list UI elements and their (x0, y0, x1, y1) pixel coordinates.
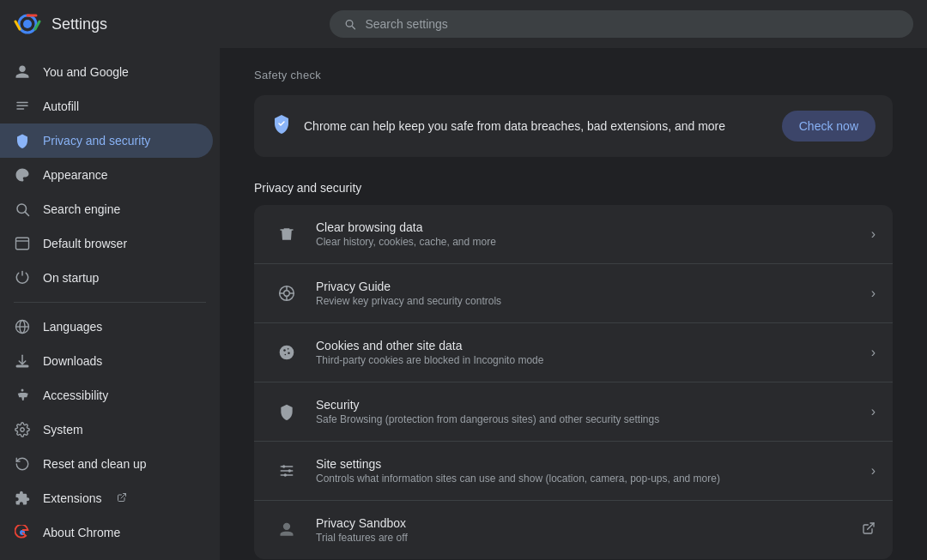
privacy-guide-icon (271, 278, 302, 309)
sidebar-item-system[interactable]: System (0, 412, 213, 447)
power-icon (14, 269, 31, 286)
sidebar-item-search-engine[interactable]: Search engine (0, 192, 213, 226)
person-icon (14, 63, 31, 81)
sidebar-item-autofill[interactable]: Autofill (0, 89, 213, 123)
svg-line-14 (121, 493, 126, 498)
safety-check-banner: Chrome can help keep you safe from data … (254, 95, 893, 157)
site-settings-subtitle: Controls what information sites can use … (316, 473, 857, 485)
svg-point-1 (23, 20, 32, 28)
sidebar-label-downloads: Downloads (43, 354, 102, 368)
sidebar-label-languages: Languages (43, 320, 102, 334)
sidebar-item-appearance[interactable]: Appearance (0, 158, 213, 192)
sidebar-label-about-chrome: About Chrome (43, 526, 120, 539)
trash-icon (271, 219, 302, 250)
sidebar-item-reset-and-clean-up[interactable]: Reset and clean up (0, 447, 213, 481)
palette-icon (14, 166, 31, 184)
sidebar-label-default-browser: Default browser (43, 237, 127, 250)
clear-browsing-data-title: Clear browsing data (316, 220, 857, 234)
chevron-right-icon: › (871, 226, 876, 242)
row-cookies[interactable]: Cookies and other site data Third-party … (254, 323, 893, 382)
safety-check-title: Safety check (254, 69, 893, 81)
sidebar-label-you-and-google: You and Google (43, 65, 129, 79)
sliders-icon (271, 455, 302, 486)
sidebar-divider-1 (14, 302, 206, 303)
sidebar-item-downloads[interactable]: Downloads (0, 344, 213, 378)
svg-point-22 (280, 346, 294, 360)
extensions-icon (14, 490, 31, 507)
safety-check-text: Chrome can help keep you safe from data … (304, 119, 770, 133)
security-subtitle: Safe Browsing (protection from dangerous… (316, 413, 857, 425)
download-icon (14, 352, 31, 370)
chevron-right-icon: › (871, 345, 876, 360)
safety-shield-icon (271, 113, 292, 139)
svg-rect-2 (16, 102, 28, 104)
search-icon (343, 17, 356, 31)
row-security[interactable]: Security Safe Browsing (protection from … (254, 382, 893, 442)
sidebar-label-search-engine: Search engine (43, 202, 120, 216)
sidebar-label-accessibility: Accessibility (43, 388, 108, 402)
chevron-right-icon: › (871, 463, 876, 479)
autofill-icon (14, 98, 31, 115)
shield-icon (14, 132, 31, 149)
external-link-icon (117, 492, 127, 505)
system-icon (14, 421, 31, 438)
sidebar-item-on-startup[interactable]: On startup (0, 261, 213, 295)
sidebar-item-about-chrome[interactable]: About Chrome (0, 515, 213, 550)
row-site-settings[interactable]: Site settings Controls what information … (254, 442, 893, 501)
svg-rect-7 (16, 238, 29, 250)
security-text: Security Safe Browsing (protection from … (316, 398, 857, 425)
sidebar-item-default-browser[interactable]: Default browser (0, 226, 213, 261)
row-clear-browsing-data[interactable]: Clear browsing data Clear history, cooki… (254, 205, 893, 264)
svg-point-17 (284, 291, 290, 297)
search-input[interactable] (365, 17, 900, 31)
security-title: Security (316, 398, 857, 412)
svg-point-31 (288, 469, 291, 472)
svg-point-26 (285, 354, 287, 356)
check-now-button[interactable]: Check now (782, 111, 876, 142)
row-privacy-guide[interactable]: Privacy Guide Review key privacy and sec… (254, 264, 893, 323)
sidebar-label-system: System (43, 423, 83, 437)
chevron-right-icon: › (871, 286, 876, 301)
globe-icon (14, 318, 31, 335)
svg-line-6 (25, 212, 28, 215)
content-area: Safety check Chrome can help keep you sa… (220, 48, 927, 560)
svg-point-25 (288, 352, 290, 355)
svg-point-23 (283, 349, 286, 352)
main-layout: You and Google Autofill Privacy and secu… (0, 48, 927, 560)
chevron-right-icon: › (871, 404, 876, 419)
row-privacy-sandbox[interactable]: Privacy Sandbox Trial features are off (254, 501, 893, 559)
svg-line-33 (868, 523, 874, 529)
browser-icon (14, 235, 31, 252)
search-bar[interactable] (330, 10, 913, 38)
sidebar-label-extensions: Extensions (43, 491, 101, 505)
sandbox-icon (271, 515, 302, 545)
sidebar-item-privacy-and-security[interactable]: Privacy and security (0, 123, 213, 158)
sidebar-item-you-and-google[interactable]: You and Google (0, 55, 213, 89)
sidebar-item-languages[interactable]: Languages (0, 310, 213, 344)
page-title: Settings (52, 15, 107, 33)
sidebar-label-autofill: Autofill (43, 99, 79, 113)
cookies-subtitle: Third-party cookies are blocked in Incog… (316, 354, 857, 366)
clear-browsing-data-text: Clear browsing data Clear history, cooki… (316, 220, 857, 248)
svg-rect-3 (16, 105, 28, 107)
svg-rect-4 (16, 108, 24, 110)
privacy-section-title: Privacy and security (254, 181, 893, 195)
chrome-logo-icon (14, 10, 41, 38)
cookies-title: Cookies and other site data (316, 339, 857, 352)
accessibility-icon (14, 387, 31, 404)
chrome-icon (14, 524, 31, 541)
header: Settings (0, 0, 927, 48)
cookie-icon (271, 337, 302, 368)
reset-icon (14, 455, 31, 473)
sidebar-item-extensions[interactable]: Extensions ← (0, 481, 213, 515)
privacy-guide-title: Privacy Guide (316, 280, 857, 293)
privacy-guide-text: Privacy Guide Review key privacy and sec… (316, 280, 857, 307)
search-engine-icon (14, 201, 31, 218)
sidebar-label-privacy-and-security: Privacy and security (43, 134, 150, 148)
privacy-settings-card: Clear browsing data Clear history, cooki… (254, 205, 893, 559)
sidebar: You and Google Autofill Privacy and secu… (0, 48, 220, 560)
cookies-text: Cookies and other site data Third-party … (316, 339, 857, 366)
clear-browsing-data-subtitle: Clear history, cookies, cache, and more (316, 236, 857, 248)
site-settings-text: Site settings Controls what information … (316, 457, 857, 485)
sidebar-item-accessibility[interactable]: Accessibility (0, 378, 213, 412)
